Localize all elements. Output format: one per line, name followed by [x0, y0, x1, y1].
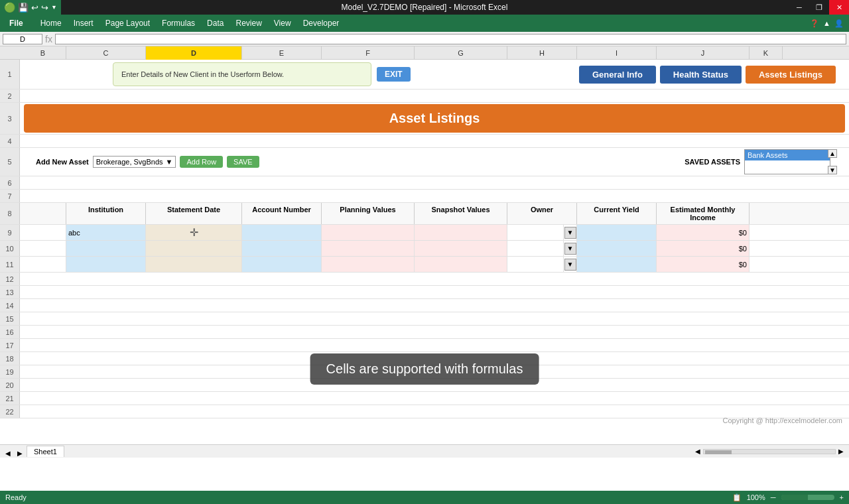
th-statement-date: Statement Date: [146, 203, 242, 224]
sign-in-icon[interactable]: 👤: [834, 19, 844, 28]
cell-10-statement-date[interactable]: [146, 241, 242, 256]
col-i-header[interactable]: I: [577, 46, 657, 60]
row-17: 17: [0, 339, 849, 352]
col-b-header[interactable]: B: [20, 46, 66, 60]
col-j-header[interactable]: J: [657, 46, 750, 60]
row-22: 22: [0, 405, 849, 418]
developer-menu[interactable]: Developer: [298, 17, 345, 29]
cell-11-current-yield[interactable]: [577, 257, 657, 272]
undo-quick-icon[interactable]: ↩: [31, 3, 38, 13]
col-f-header[interactable]: F: [322, 46, 415, 60]
col-h-header[interactable]: H: [507, 46, 577, 60]
help-icon[interactable]: ❓: [810, 19, 819, 28]
saved-asset-item-bank[interactable]: Bank Assets: [745, 150, 830, 160]
cell-11-account-number[interactable]: [242, 257, 322, 272]
asset-type-value: Brokerage, SvgBnds: [96, 158, 163, 166]
row-num-11: 11: [0, 257, 20, 272]
cell-10-account-number[interactable]: [242, 241, 322, 256]
cell-9-statement-date[interactable]: ✛: [146, 225, 242, 240]
cell-9-current-yield[interactable]: [577, 225, 657, 240]
view-menu[interactable]: View: [269, 17, 296, 29]
notice-box: Enter Details of New Client in the Userf…: [113, 62, 371, 86]
cell-11-institution[interactable]: [66, 257, 146, 272]
row-4: 4: [0, 135, 849, 148]
cell-10-owner[interactable]: [507, 241, 564, 256]
cell-9-snapshot-values[interactable]: [415, 225, 507, 240]
scroll-down-icon[interactable]: ▼: [828, 166, 837, 174]
th-planning-values: Planning Values: [322, 203, 415, 224]
save-button[interactable]: SAVE: [227, 156, 259, 168]
redo-quick-icon[interactable]: ↪: [41, 3, 48, 13]
formula-bar: fx: [0, 32, 849, 46]
window-title: Model_V2.7DEMO [Repaired] - Microsoft Ex…: [342, 3, 508, 12]
sheet-tab-nav-left[interactable]: ◀: [3, 450, 13, 457]
scroll-right-icon[interactable]: ▶: [838, 448, 844, 455]
data-menu[interactable]: Data: [202, 17, 229, 29]
cell-9-planning-values[interactable]: [322, 225, 415, 240]
col-c-header[interactable]: C: [66, 46, 146, 60]
exit-button[interactable]: EXIT: [377, 67, 411, 82]
save-quick-icon[interactable]: 💾: [18, 3, 29, 13]
cell-11-statement-date[interactable]: [146, 257, 242, 272]
owner-dropdown-arrow-10[interactable]: ▼: [564, 243, 576, 255]
sheet-tab-1[interactable]: Sheet1: [27, 446, 64, 457]
cell-9-income[interactable]: $0: [657, 225, 750, 240]
file-menu[interactable]: File: [3, 17, 30, 29]
sheet-tab-nav-right[interactable]: ▶: [15, 450, 25, 457]
add-row-button[interactable]: Add Row: [180, 156, 223, 168]
cell-10-income[interactable]: $0: [657, 241, 750, 256]
insert-menu[interactable]: Insert: [68, 17, 99, 29]
owner-dropdown-arrow-11[interactable]: ▼: [564, 259, 576, 271]
nav-buttons: General Info Health Status Assets Listin…: [579, 66, 836, 84]
customize-quick-icon[interactable]: ▼: [51, 4, 57, 11]
assets-listings-button[interactable]: Assets Listings: [746, 66, 836, 84]
row-num-6: 6: [0, 176, 20, 189]
scroll-left-icon[interactable]: ◀: [695, 448, 700, 455]
menu-bar: File Home Insert Page Layout Formulas Da…: [0, 15, 849, 32]
cell-9-owner-dropdown[interactable]: ▼: [564, 225, 577, 240]
cell-11-planning-values[interactable]: [322, 257, 415, 272]
row-num-4: 4: [0, 135, 20, 147]
cell-11-owner[interactable]: [507, 257, 564, 272]
formulas-menu[interactable]: Formulas: [157, 17, 200, 29]
add-asset-label: Add New Asset: [36, 158, 89, 166]
asset-listings-title: Asset Listings: [389, 111, 480, 125]
dropdown-arrow-icon: ▼: [166, 158, 173, 166]
formula-input[interactable]: [55, 34, 846, 44]
pagelayout-menu[interactable]: Page Layout: [100, 17, 155, 29]
asset-type-dropdown[interactable]: Brokerage, SvgBnds ▼: [93, 156, 176, 168]
home-menu[interactable]: Home: [35, 17, 67, 29]
minimize-ribbon-icon[interactable]: ▲: [823, 19, 830, 27]
cell-10-planning-values[interactable]: [322, 241, 415, 256]
health-status-button[interactable]: Health Status: [660, 66, 742, 84]
cell-11-income[interactable]: $0: [657, 257, 750, 272]
cell-9-institution[interactable]: abc: [66, 225, 146, 240]
restore-button[interactable]: ❐: [809, 0, 829, 15]
cell-10-owner-dropdown[interactable]: ▼: [564, 241, 577, 256]
col-e-header[interactable]: E: [242, 46, 322, 60]
review-menu[interactable]: Review: [230, 17, 267, 29]
cell-11-snapshot-values[interactable]: [415, 257, 507, 272]
row-num-7: 7: [0, 190, 20, 202]
row-19: 19: [0, 365, 849, 379]
col-g-header[interactable]: G: [415, 46, 507, 60]
saved-assets-list[interactable]: Bank Assets: [744, 149, 830, 174]
scroll-up-icon[interactable]: ▲: [828, 149, 837, 158]
cell-9-owner[interactable]: [507, 225, 564, 240]
cell-10-institution[interactable]: [66, 241, 146, 256]
general-info-button[interactable]: General Info: [579, 66, 656, 84]
cell-9-account-number[interactable]: [242, 225, 322, 240]
cell-11-owner-dropdown[interactable]: ▼: [564, 257, 577, 272]
th-current-yield: Current Yield: [577, 203, 657, 224]
row-num-2: 2: [0, 90, 20, 102]
cell-10-snapshot-values[interactable]: [415, 241, 507, 256]
th-owner: Owner: [507, 203, 577, 224]
cell-10-current-yield[interactable]: [577, 241, 657, 256]
row-18: 18: [0, 352, 849, 365]
col-k-header[interactable]: K: [750, 46, 783, 60]
col-d-header[interactable]: D: [146, 46, 242, 60]
close-button[interactable]: ✕: [829, 0, 849, 15]
owner-dropdown-arrow-9[interactable]: ▼: [564, 227, 576, 239]
minimize-button[interactable]: ─: [789, 0, 809, 15]
name-box[interactable]: [3, 34, 42, 44]
